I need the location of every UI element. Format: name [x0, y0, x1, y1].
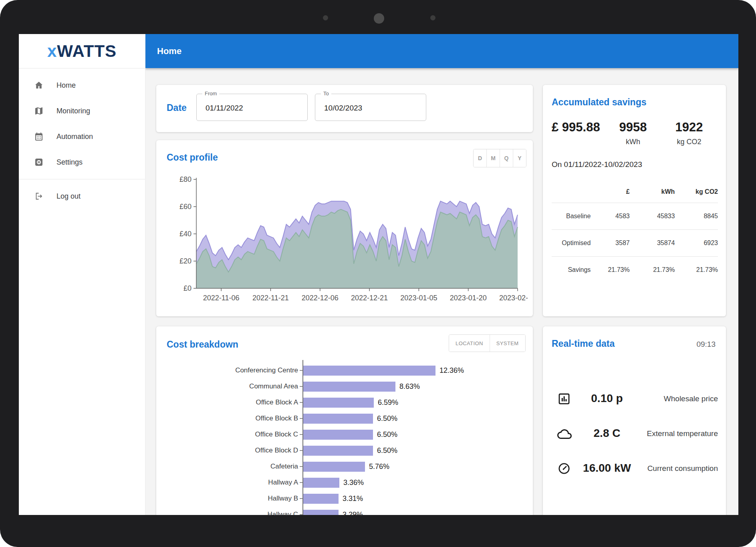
- breakdown-value-label: 3.36%: [343, 479, 364, 487]
- sidebar-item-settings[interactable]: Settings: [19, 149, 145, 175]
- breakdown-value-label: 3.31%: [343, 495, 363, 503]
- range-option-m[interactable]: M: [486, 149, 500, 167]
- logo-x: x: [47, 42, 57, 61]
- svg-text:2022-11-21: 2022-11-21: [252, 294, 289, 302]
- camera-dot-left: [323, 15, 328, 20]
- location-system-toggle: LOCATIONSYSTEM: [449, 334, 526, 352]
- savings-row-label: Savings: [552, 257, 591, 284]
- breakdown-bar[interactable]: [303, 382, 395, 392]
- svg-text:2022-12-21: 2022-12-21: [351, 294, 388, 302]
- savings-col-header: kg CO2: [675, 184, 718, 203]
- realtime-label: External temperature: [647, 429, 718, 438]
- sidebar-item-log-out[interactable]: Log out: [19, 183, 145, 209]
- sidebar-item-monitoring[interactable]: Monitoring: [19, 98, 145, 124]
- savings-cell: 21.73%: [630, 257, 675, 284]
- breakdown-bar[interactable]: [303, 398, 374, 408]
- date-to-value[interactable]: 10/02/2023: [324, 104, 362, 113]
- realtime-row: 2.8 CExternal temperature: [543, 421, 726, 445]
- cost-profile-title: Cost profile: [167, 152, 218, 163]
- savings-money-value: £ 995.88: [552, 120, 600, 135]
- map-icon: [34, 106, 44, 116]
- breakdown-row: Office Block D6.50%: [166, 442, 526, 459]
- breakdown-tick: [300, 370, 302, 371]
- range-option-q[interactable]: Q: [500, 149, 513, 167]
- realtime-card: Real-time data 09:13 0.10 pWholesale pri…: [543, 326, 726, 515]
- savings-row-label: Optimised: [552, 230, 591, 257]
- breakdown-category-label: Cafeteria: [166, 463, 300, 471]
- realtime-label: Current consumption: [647, 464, 718, 473]
- range-option-y[interactable]: Y: [513, 149, 526, 167]
- svg-text:2022-11-06: 2022-11-06: [203, 294, 240, 302]
- breakdown-category-label: Office Block A: [166, 398, 300, 406]
- cost-profile-card: Cost profile DMQY £0£20£40£60£802022-11-…: [156, 140, 533, 316]
- breakdown-value-label: 6.50%: [377, 430, 397, 439]
- savings-table-row: Baseline4583458338845: [552, 203, 718, 230]
- date-card: Date From 01/11/2022 To 10/02/2023: [156, 85, 533, 132]
- sidebar-item-home[interactable]: Home: [19, 72, 145, 98]
- realtime-title: Real-time data: [552, 338, 615, 349]
- breakdown-value-label: 8.63%: [399, 382, 420, 391]
- date-from-label: From: [202, 90, 219, 97]
- breakdown-bar[interactable]: [303, 430, 373, 440]
- date-from-value[interactable]: 01/11/2022: [206, 104, 243, 113]
- cost-profile-chart: £0£20£40£60£802022-11-062022-11-212022-1…: [161, 175, 528, 308]
- date-from-field[interactable]: From 01/11/2022: [196, 94, 308, 121]
- savings-cell: 4583: [591, 203, 629, 230]
- breakdown-tick: [300, 466, 302, 467]
- range-option-d[interactable]: D: [474, 149, 486, 167]
- sidebar: xWATTS HomeMonitoringAutomationSettings …: [19, 34, 145, 515]
- breakdown-value-label: 6.50%: [377, 414, 397, 423]
- breakdown-option-location[interactable]: LOCATION: [449, 335, 490, 352]
- breakdown-tick: [300, 514, 302, 515]
- svg-text:2022-12-06: 2022-12-06: [302, 294, 339, 302]
- savings-cell: 35874: [630, 230, 675, 257]
- realtime-clock: 09:13: [696, 340, 716, 349]
- app-window: xWATTS HomeMonitoringAutomationSettings …: [19, 34, 738, 515]
- breakdown-row: Hallway B3.31%: [166, 491, 526, 507]
- sidebar-item-label: Home: [56, 81, 76, 90]
- tablet-frame: xWATTS HomeMonitoringAutomationSettings …: [0, 0, 756, 547]
- breakdown-bar[interactable]: [303, 462, 365, 472]
- logout-icon: [34, 191, 44, 201]
- breakdown-category-label: Hallway A: [166, 479, 300, 487]
- breakdown-value-label: 3.29%: [343, 511, 363, 515]
- breakdown-row: Office Block A6.59%: [166, 394, 526, 410]
- sidebar-item-label: Settings: [56, 158, 83, 167]
- savings-period: On 01/11/2022-10/02/2023: [552, 160, 642, 169]
- date-to-field[interactable]: To 10/02/2023: [315, 94, 426, 121]
- breakdown-option-system[interactable]: SYSTEM: [490, 335, 525, 352]
- cost-breakdown-chart: Conferencing Centre12.36%Communal Area8.…: [166, 362, 526, 515]
- logo-text: WATTS: [57, 42, 117, 61]
- breakdown-bar[interactable]: [303, 494, 339, 504]
- savings-cell: 8845: [675, 203, 718, 230]
- sidebar-item-label: Automation: [56, 133, 93, 141]
- realtime-value: 16.00 kW: [565, 462, 649, 475]
- breakdown-tick: [300, 482, 302, 483]
- svg-text:£40: £40: [179, 230, 192, 238]
- realtime-value: 0.10 p: [565, 392, 649, 405]
- breakdown-value-label: 12.36%: [439, 366, 464, 375]
- accumulated-savings-card: Accumulated savings £ 995.88 9958 1922 k…: [543, 85, 726, 316]
- svg-text:£20: £20: [179, 257, 192, 265]
- breakdown-bar[interactable]: [303, 478, 339, 488]
- breakdown-row: Communal Area8.63%: [166, 378, 526, 394]
- breakdown-category-label: Hallway C: [166, 511, 300, 515]
- breakdown-category-label: Office Block D: [166, 446, 300, 454]
- sidebar-item-automation[interactable]: Automation: [19, 124, 145, 149]
- savings-cell: 21.73%: [591, 257, 629, 284]
- svg-text:£60: £60: [179, 203, 192, 211]
- savings-table-row: Savings21.73%21.73%21.73%: [552, 257, 718, 284]
- savings-cell: 21.73%: [675, 257, 718, 284]
- breakdown-bar[interactable]: [303, 366, 435, 376]
- breakdown-bar[interactable]: [303, 510, 339, 515]
- date-card-title: Date: [167, 103, 187, 113]
- camera-lens: [374, 13, 384, 24]
- realtime-row: 0.10 pWholesale price: [543, 386, 726, 410]
- breakdown-bar[interactable]: [303, 446, 373, 456]
- breakdown-bar[interactable]: [303, 414, 373, 424]
- breakdown-value-label: 5.76%: [369, 463, 389, 471]
- main-content: Date From 01/11/2022 To 10/02/2023 Cost …: [145, 68, 738, 515]
- sidebar-item-label: Log out: [56, 192, 81, 201]
- breakdown-axis: [302, 360, 303, 515]
- savings-cell: 6923: [675, 230, 718, 257]
